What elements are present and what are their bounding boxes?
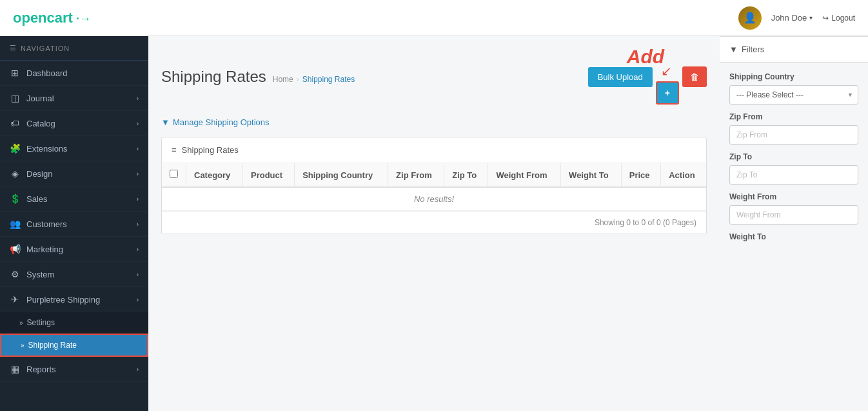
table-wrapper: Category Product Shipping Country Zip Fr… <box>162 163 706 211</box>
col-shipping-country: Shipping Country <box>295 163 388 187</box>
select-all-checkbox[interactable] <box>170 170 178 178</box>
sidebar-item-marketing[interactable]: 📢 Marketing › <box>0 237 148 262</box>
user-name-button[interactable]: John Doe ▾ <box>771 13 813 23</box>
weight-to-label: Weight To <box>729 232 858 241</box>
col-zip-to: Zip To <box>444 163 488 187</box>
marketing-chevron: › <box>137 246 139 253</box>
table-icon: ≡ <box>172 145 177 155</box>
menu-icon: ☰ <box>10 44 17 52</box>
zip-from-input[interactable] <box>729 125 858 145</box>
journal-icon: ◫ <box>10 93 20 103</box>
breadcrumb-home[interactable]: Home <box>273 75 293 84</box>
zip-to-input[interactable] <box>729 165 858 185</box>
table-row-no-results: No results! <box>162 187 706 211</box>
journal-chevron: › <box>137 95 139 102</box>
purpletree-chevron: › <box>137 296 139 303</box>
customers-icon: 👥 <box>10 219 20 229</box>
filter-section: Shipping Country --- Please Select --- Z… <box>720 72 868 241</box>
extensions-icon: 🧩 <box>10 143 20 154</box>
marketing-icon: 📢 <box>10 244 20 254</box>
top-header: opencart ·→ 👤 John Doe ▾ ↪ Logout <box>0 0 868 36</box>
add-arrow-icon: ↙ <box>661 64 672 78</box>
delete-button[interactable]: 🗑 <box>682 66 707 87</box>
sales-chevron: › <box>137 195 139 203</box>
header-actions: Bulk Upload Add ↙ + 🗑 <box>588 49 707 105</box>
sidebar-item-catalog[interactable]: 🏷 Catalog › <box>0 111 148 136</box>
sidebar-item-sales[interactable]: 💲 Sales › <box>0 186 148 212</box>
col-product: Product <box>242 163 294 187</box>
logo-text: opencart ·→ <box>13 10 91 26</box>
col-checkbox <box>162 163 186 187</box>
sidebar-item-journal[interactable]: ◫ Journal › <box>0 86 148 111</box>
design-chevron: › <box>137 170 139 177</box>
purpletree-section: ✈ Purpletree Shipping › » Settings » Shi… <box>0 287 148 357</box>
filters-icon: ▼ <box>729 45 738 54</box>
shipping-country-select-wrapper: --- Please Select --- <box>729 85 858 105</box>
page-title-area: Shipping Rates Home › Shipping Rates <box>161 68 355 86</box>
no-results-cell: No results! <box>162 187 706 211</box>
nav-header: ☰ NAVIGATION <box>0 36 148 61</box>
col-price: Price <box>621 163 660 187</box>
sidebar-item-reports[interactable]: ▦ Reports › <box>0 357 148 382</box>
sidebar-item-dashboard[interactable]: ⊞ Dashboard <box>0 61 148 86</box>
arrow-icon-active: » <box>21 342 25 349</box>
weight-from-input[interactable] <box>729 205 858 225</box>
sidebar: ☰ NAVIGATION ⊞ Dashboard ◫ Journal › 🏷 C… <box>0 36 148 411</box>
logo: opencart ·→ <box>13 10 91 26</box>
page-header: Shipping Rates Home › Shipping Rates Bul… <box>161 49 707 105</box>
filter-icon: ▼ <box>161 117 170 127</box>
system-icon: ⚙ <box>10 269 20 279</box>
customers-chevron: › <box>137 221 139 228</box>
col-category: Category <box>186 163 243 187</box>
avatar: 👤 <box>738 6 762 30</box>
zip-to-label: Zip To <box>729 152 858 161</box>
main-layout: ☰ NAVIGATION ⊞ Dashboard ◫ Journal › 🏷 C… <box>0 36 868 411</box>
col-action: Action <box>661 163 706 187</box>
shipping-country-label: Shipping Country <box>729 72 858 81</box>
shipping-country-select[interactable]: --- Please Select --- <box>729 85 858 105</box>
col-weight-from: Weight From <box>488 163 561 187</box>
sidebar-item-purpletree-shipping[interactable]: ✈ Purpletree Shipping › <box>0 287 148 312</box>
add-annotation-text: Add <box>627 46 664 67</box>
header-right: 👤 John Doe ▾ ↪ Logout <box>738 6 855 30</box>
breadcrumb-sep: › <box>297 75 299 84</box>
logout-button[interactable]: ↪ Logout <box>822 14 855 23</box>
breadcrumb-current: Shipping Rates <box>302 75 355 84</box>
reports-chevron: › <box>137 366 139 373</box>
right-panel: ▼ Filters Shipping Country --- Please Se… <box>720 36 868 411</box>
breadcrumb: Home › Shipping Rates <box>273 75 355 84</box>
catalog-icon: 🏷 <box>10 118 20 128</box>
bulk-upload-button[interactable]: Bulk Upload <box>588 67 653 87</box>
trash-icon: 🗑 <box>690 72 699 82</box>
table-footer: Showing 0 to 0 of 0 (0 Pages) <box>162 211 706 234</box>
reports-icon: ▦ <box>10 364 20 374</box>
dashboard-icon: ⊞ <box>10 68 20 78</box>
system-chevron: › <box>137 271 139 278</box>
sales-icon: 💲 <box>10 194 20 204</box>
design-icon: ◈ <box>10 168 20 179</box>
page-title: Shipping Rates <box>161 68 266 86</box>
main-content: Shipping Rates Home › Shipping Rates Bul… <box>148 36 720 411</box>
arrow-icon: » <box>19 319 23 326</box>
shipping-rates-table-card: ≡ Shipping Rates Category Product Shippi… <box>161 137 707 234</box>
add-button[interactable]: + <box>656 81 679 105</box>
sidebar-item-extensions[interactable]: 🧩 Extensions › <box>0 136 148 161</box>
extensions-chevron: › <box>137 145 139 152</box>
weight-from-label: Weight From <box>729 192 858 201</box>
sidebar-item-customers[interactable]: 👥 Customers › <box>0 212 148 237</box>
manage-shipping-link[interactable]: ▼ Manage Shipping Options <box>161 117 707 127</box>
shipping-rates-table: Category Product Shipping Country Zip Fr… <box>162 163 706 211</box>
sidebar-item-settings[interactable]: » Settings <box>0 312 148 334</box>
sidebar-item-system[interactable]: ⚙ System › <box>0 262 148 287</box>
catalog-chevron: › <box>137 120 139 127</box>
chevron-down-icon: ▾ <box>809 14 813 21</box>
zip-from-label: Zip From <box>729 112 858 121</box>
purpletree-icon: ✈ <box>10 294 20 305</box>
col-zip-from: Zip From <box>388 163 444 187</box>
filters-header: ▼ Filters <box>720 36 868 63</box>
sidebar-item-shipping-rate[interactable]: » Shipping Rate <box>0 334 148 357</box>
logout-icon: ↪ <box>822 14 829 23</box>
sidebar-item-design[interactable]: ◈ Design › <box>0 161 148 186</box>
table-card-header: ≡ Shipping Rates <box>162 137 706 163</box>
col-weight-to: Weight To <box>561 163 622 187</box>
